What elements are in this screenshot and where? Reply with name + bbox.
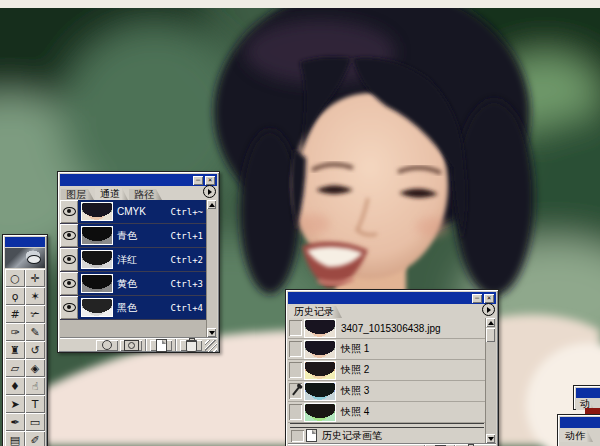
channel-row[interactable]: CMYKCtrl+~: [60, 200, 207, 224]
tool-grid: ○✛ϙ✶#✃✑✎♜↺▱◈♦☝➤T✒▭▤✐✋⚲: [3, 269, 47, 446]
history-item[interactable]: 快照 1: [288, 339, 486, 360]
type-tool[interactable]: T: [25, 395, 45, 413]
tab-channels[interactable]: 通道: [95, 188, 128, 200]
move-tool[interactable]: ✛: [25, 269, 45, 287]
channel-shortcut: Ctrl+2: [170, 255, 207, 265]
scroll-down-icon[interactable]: [207, 328, 216, 337]
pen-tool[interactable]: ✒: [5, 413, 25, 431]
tab-layers[interactable]: 图层: [61, 189, 94, 200]
color-palette-fragment: 动: [573, 385, 600, 410]
new-page-icon: [156, 339, 167, 352]
smudge-tool[interactable]: ☝: [25, 377, 45, 395]
thumbnail-image: [305, 362, 335, 379]
scroll-up-icon[interactable]: [207, 200, 216, 209]
history-item-label: 快照 1: [341, 342, 369, 356]
resize-grip[interactable]: [205, 340, 217, 352]
channel-label: 黄色: [117, 277, 170, 291]
history-brush-state-icon: [306, 429, 317, 442]
circle-icon: [102, 340, 112, 350]
clone-stamp-tool[interactable]: ♜: [5, 341, 25, 359]
delete-channel-button[interactable]: [180, 340, 202, 351]
visibility-toggle[interactable]: [60, 224, 78, 247]
toolbox-titlebar[interactable]: [5, 237, 45, 247]
visibility-toggle[interactable]: [60, 272, 78, 295]
scroll-thumb[interactable]: [486, 328, 495, 342]
history-item[interactable]: 快照 4: [288, 402, 486, 423]
minimize-icon[interactable]: –: [472, 294, 482, 303]
channel-row[interactable]: 黄色Ctrl+3: [60, 272, 207, 296]
visibility-toggle[interactable]: [60, 200, 78, 223]
history-brush-source-toggle[interactable]: [289, 383, 302, 399]
history-brush-source-toggle[interactable]: [291, 430, 304, 442]
channel-row[interactable]: 黑色Ctrl+4: [60, 296, 207, 320]
channels-titlebar[interactable]: – ×: [60, 174, 217, 186]
history-brush-source-toggle[interactable]: [289, 362, 302, 378]
slice-tool[interactable]: ✃: [25, 305, 45, 323]
tab-history[interactable]: 历史记录: [289, 306, 342, 318]
path-select-tool[interactable]: ➤: [5, 395, 25, 413]
circle-in-rect-icon: [124, 340, 139, 351]
lasso-tool[interactable]: ϙ: [5, 287, 25, 305]
history-thumbnail: [304, 319, 336, 338]
airbrush-tool[interactable]: ✑: [5, 323, 25, 341]
actions-palette-fragment: 动作: [557, 414, 600, 446]
history-brush-source-toggle[interactable]: [289, 404, 302, 420]
tab-actions[interactable]: 动作: [560, 430, 593, 442]
history-state-label: 历史记录画笔: [322, 429, 382, 443]
fragment-titlebar[interactable]: [560, 417, 600, 428]
toolbox-palette: ○✛ϙ✶#✃✑✎♜↺▱◈♦☝➤T✒▭▤✐✋⚲: [2, 234, 48, 446]
history-tabrow: 历史记录: [286, 304, 498, 318]
history-thumbnail: [304, 382, 336, 401]
history-scrollbar[interactable]: [485, 318, 496, 443]
history-item-label: 快照 2: [341, 363, 369, 377]
photoshop-eye-logo[interactable]: [5, 248, 45, 268]
history-item[interactable]: 快照 2: [288, 360, 486, 381]
history-items: 3407_1015306438.jpg快照 1快照 2快照 3快照 4: [288, 318, 486, 423]
ellipse-marquee-tool[interactable]: ○: [5, 269, 25, 287]
eraser-tool[interactable]: ▱: [5, 359, 25, 377]
palette-menu-icon[interactable]: [203, 185, 216, 198]
close-icon[interactable]: ×: [205, 176, 215, 185]
rectangle-tool[interactable]: ▭: [25, 413, 45, 431]
channel-label: 青色: [117, 229, 170, 243]
eye-icon: [63, 303, 76, 312]
thumbnail-image: [82, 227, 112, 244]
history-palette: – × 历史记录 3407_1015306438.jpg快照 1快照 2快照 3…: [285, 289, 499, 446]
history-state-row[interactable]: 历史记录画笔: [290, 428, 484, 443]
scroll-down-icon[interactable]: [486, 434, 495, 443]
crop-tool[interactable]: #: [5, 305, 25, 323]
channel-thumbnail: [81, 202, 113, 221]
paint-bucket-tool[interactable]: ◈: [25, 359, 45, 377]
history-item-label: 快照 4: [341, 405, 369, 419]
visibility-toggle[interactable]: [60, 248, 78, 271]
history-thumbnail: [304, 403, 336, 422]
history-item[interactable]: 快照 3: [288, 381, 486, 402]
eye-icon: [63, 279, 76, 288]
channel-row[interactable]: 洋红Ctrl+2: [60, 248, 207, 272]
blur-tool[interactable]: ♦: [5, 377, 25, 395]
visibility-toggle[interactable]: [60, 296, 78, 319]
palette-menu-icon[interactable]: [482, 303, 495, 316]
history-titlebar[interactable]: – ×: [288, 292, 496, 304]
magic-wand-tool[interactable]: ✶: [25, 287, 45, 305]
history-brush-tool[interactable]: ↺: [25, 341, 45, 359]
channels-scrollbar[interactable]: [206, 200, 217, 337]
channel-row[interactable]: 青色Ctrl+1: [60, 224, 207, 248]
fragment-titlebar[interactable]: [576, 388, 600, 398]
close-icon[interactable]: ×: [484, 294, 494, 303]
history-brush-source-toggle[interactable]: [289, 341, 302, 357]
load-selection-button[interactable]: [96, 340, 118, 351]
notes-tool[interactable]: ▤: [5, 431, 25, 446]
eyedropper-tool[interactable]: ✐: [25, 431, 45, 446]
scroll-up-icon[interactable]: [486, 318, 495, 327]
channel-label: 黑色: [117, 301, 170, 315]
divider: [175, 339, 177, 351]
minimize-icon[interactable]: –: [193, 176, 203, 185]
eye-icon: [63, 207, 76, 216]
history-item[interactable]: 3407_1015306438.jpg: [288, 318, 486, 339]
history-brush-source-toggle[interactable]: [289, 320, 302, 336]
paintbrush-tool[interactable]: ✎: [25, 323, 45, 341]
save-selection-button[interactable]: [120, 340, 142, 351]
tab-paths[interactable]: 路径: [129, 189, 162, 200]
new-channel-button[interactable]: [150, 340, 172, 351]
